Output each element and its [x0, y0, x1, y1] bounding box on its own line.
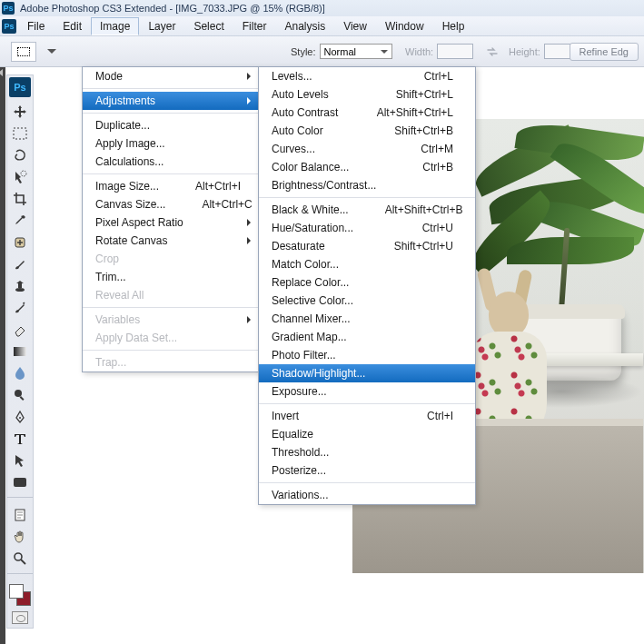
menu-help[interactable]: Help — [433, 17, 474, 35]
crop-tool[interactable] — [9, 189, 31, 209]
mi-apply-image[interactable]: Apply Image... — [83, 134, 258, 153]
width-label: Width: — [405, 46, 433, 57]
expand-panel-icon[interactable] — [0, 69, 3, 76]
svg-rect-5 — [14, 347, 26, 356]
tool-preset-picker[interactable] — [11, 42, 36, 62]
move-tool[interactable] — [9, 102, 31, 122]
mi-variations[interactable]: Variations... — [259, 486, 475, 504]
svg-rect-0 — [14, 128, 26, 139]
svg-point-4 — [15, 288, 25, 292]
shape-tool[interactable] — [9, 472, 31, 492]
mi-replace-color[interactable]: Replace Color... — [259, 273, 475, 292]
menu-file[interactable]: File — [18, 17, 54, 35]
color-swatches[interactable] — [9, 584, 31, 606]
gradient-tool[interactable] — [9, 342, 31, 362]
history-brush-tool[interactable] — [9, 298, 31, 318]
mi-mode[interactable]: Mode — [83, 67, 258, 85]
menu-image[interactable]: Image — [91, 17, 139, 35]
window-title: Adobe Photoshop CS3 Extended - [IMG_7033… — [20, 3, 325, 14]
mi-shadow-highlight[interactable]: Shadow/Highlight... — [259, 364, 475, 382]
mi-crop: Crop — [83, 250, 258, 268]
mi-desaturate[interactable]: DesaturateShift+Ctrl+U — [259, 237, 475, 255]
menu-window[interactable]: Window — [376, 17, 433, 35]
menu-bar: Ps File Edit Image Layer Select Filter A… — [0, 16, 644, 36]
chevron-down-icon[interactable] — [47, 49, 56, 54]
mi-adjustments[interactable]: Adjustments — [83, 92, 258, 110]
mi-threshold[interactable]: Threshold... — [259, 443, 475, 461]
mi-black-white[interactable]: Black & White...Alt+Shift+Ctrl+B — [259, 201, 475, 219]
menu-view[interactable]: View — [334, 17, 376, 35]
mi-rotate-canvas[interactable]: Rotate Canvas — [83, 232, 258, 250]
foreground-color[interactable] — [9, 584, 24, 599]
hand-tool[interactable] — [9, 527, 31, 547]
mi-color-balance[interactable]: Color Balance...Ctrl+B — [259, 158, 475, 176]
height-label: Height: — [509, 46, 540, 57]
svg-point-1 — [21, 171, 26, 176]
work-area: Ps — [0, 67, 644, 644]
refine-edge-button: Refine Edg — [570, 43, 639, 61]
quick-mask-toggle[interactable] — [12, 611, 28, 624]
mi-canvas-size[interactable]: Canvas Size...Alt+Ctrl+C — [83, 195, 258, 213]
mi-curves[interactable]: Curves...Ctrl+M — [259, 140, 475, 158]
quick-select-tool[interactable] — [9, 167, 31, 187]
brush-tool[interactable] — [9, 254, 31, 274]
mi-auto-levels[interactable]: Auto LevelsShift+Ctrl+L — [259, 85, 475, 104]
mi-equalize[interactable]: Equalize — [259, 425, 475, 443]
eyedropper-tool[interactable] — [9, 211, 31, 231]
width-input — [437, 44, 473, 59]
adjustments-menu-panel: Levels...Ctrl+L Auto LevelsShift+Ctrl+L … — [258, 66, 476, 505]
mi-brightness-contrast[interactable]: Brightness/Contrast... — [259, 176, 475, 194]
dodge-tool[interactable] — [9, 385, 31, 405]
mi-channel-mixer[interactable]: Channel Mixer... — [259, 310, 475, 328]
toolbox: Ps — [6, 74, 34, 629]
mi-image-size[interactable]: Image Size...Alt+Ctrl+I — [83, 177, 258, 195]
app-icon: Ps — [2, 2, 15, 15]
app-icon-small[interactable]: Ps — [2, 19, 16, 34]
menu-layer[interactable]: Layer — [139, 17, 184, 35]
path-select-tool[interactable] — [9, 451, 31, 471]
mi-photo-filter[interactable]: Photo Filter... — [259, 346, 475, 364]
eraser-tool[interactable] — [9, 320, 31, 340]
mi-duplicate[interactable]: Duplicate... — [83, 116, 258, 134]
blur-tool[interactable] — [9, 363, 31, 383]
menu-select[interactable]: Select — [184, 17, 233, 35]
title-bar: Ps Adobe Photoshop CS3 Extended - [IMG_7… — [0, 0, 644, 16]
mi-exposure[interactable]: Exposure... — [259, 382, 475, 401]
mi-levels[interactable]: Levels...Ctrl+L — [259, 67, 475, 85]
pen-tool[interactable] — [9, 407, 31, 427]
menu-edit[interactable]: Edit — [54, 17, 91, 35]
menu-analysis[interactable]: Analysis — [275, 17, 334, 35]
mi-hue-saturation[interactable]: Hue/Saturation...Ctrl+U — [259, 219, 475, 237]
mi-calculations[interactable]: Calculations... — [83, 153, 258, 171]
mi-trim[interactable]: Trim... — [83, 268, 258, 286]
menu-filter[interactable]: Filter — [233, 17, 276, 35]
mi-gradient-map[interactable]: Gradient Map... — [259, 328, 475, 346]
mi-trap: Trap... — [83, 353, 258, 372]
toolbox-logo-icon: Ps — [9, 77, 31, 97]
mi-posterize[interactable]: Posterize... — [259, 461, 475, 480]
svg-rect-7 — [20, 396, 25, 401]
style-select[interactable]: Normal — [320, 44, 392, 59]
mi-invert[interactable]: InvertCtrl+I — [259, 407, 475, 425]
mi-selective-color[interactable]: Selective Color... — [259, 292, 475, 310]
clone-stamp-tool[interactable] — [9, 276, 31, 296]
healing-brush-tool[interactable] — [9, 233, 31, 253]
svg-point-6 — [15, 390, 22, 397]
svg-rect-9 — [14, 478, 26, 487]
mi-reveal-all: Reveal All — [83, 286, 258, 304]
mi-pixel-aspect[interactable]: Pixel Aspect Ratio — [83, 213, 258, 232]
zoom-tool[interactable] — [9, 549, 31, 569]
notes-tool[interactable] — [9, 505, 31, 525]
svg-point-8 — [19, 417, 21, 419]
mi-auto-color[interactable]: Auto ColorShift+Ctrl+B — [259, 122, 475, 140]
mi-auto-contrast[interactable]: Auto ContrastAlt+Shift+Ctrl+L — [259, 104, 475, 122]
mi-match-color[interactable]: Match Color... — [259, 255, 475, 273]
lasso-tool[interactable] — [9, 145, 31, 165]
svg-point-11 — [15, 553, 22, 560]
image-menu-panel: Mode Adjustments Duplicate... Apply Imag… — [82, 66, 259, 372]
panel-strip[interactable] — [0, 67, 5, 644]
swap-dimensions-icon — [487, 46, 498, 57]
type-tool[interactable] — [9, 429, 31, 449]
mi-apply-data-set: Apply Data Set... — [83, 329, 258, 347]
marquee-tool[interactable] — [9, 124, 31, 144]
